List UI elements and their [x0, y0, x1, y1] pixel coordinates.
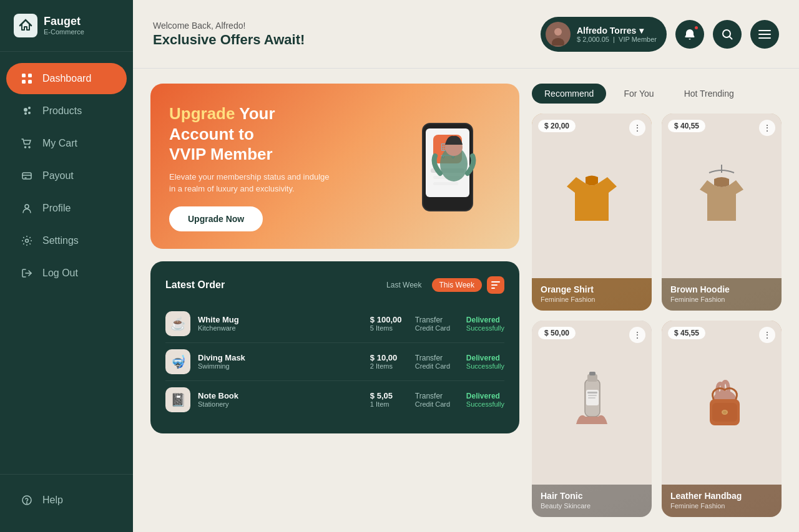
order-info: White Mug Kitchenware: [198, 315, 363, 332]
content-area: Upgrade YourAccount toVVIP Member Elevat…: [133, 69, 799, 532]
product-more-button[interactable]: ⋮: [629, 120, 645, 136]
order-category: Swimming: [198, 362, 363, 370]
menu-button[interactable]: [750, 20, 779, 49]
order-thumbnail: ☕: [165, 311, 190, 336]
dropdown-icon: ▾: [639, 26, 644, 36]
product-name: Hair Tonic: [541, 491, 643, 501]
notification-dot: [694, 25, 699, 31]
notification-button[interactable]: [675, 20, 704, 49]
orders-tabs: Last Week This Week: [381, 276, 504, 294]
sidebar-item-label: Payout: [42, 170, 74, 181]
product-name: Brown Hoodie: [670, 284, 773, 294]
tab-recommend[interactable]: Recommend: [532, 84, 606, 104]
logo-icon: [14, 14, 37, 37]
order-payment-method: Credit Card: [415, 362, 459, 370]
tab-hot-trending[interactable]: Hot Trending: [672, 84, 747, 104]
sidebar-logo: Fauget E-Commerce: [0, 0, 133, 52]
banner-illustration: 🛒: [382, 114, 501, 220]
svg-rect-38: [588, 397, 596, 399]
order-name: Note Book: [198, 391, 363, 400]
svg-rect-1: [28, 74, 32, 77]
sidebar-item-dashboard[interactable]: Dashboard: [6, 63, 127, 94]
order-price: $ 10,00: [370, 353, 408, 362]
sidebar-item-label: Log Out: [42, 268, 78, 279]
payout-icon: [20, 169, 34, 183]
order-price: $ 5,05: [370, 391, 408, 400]
product-tabs: Recommend For You Hot Trending: [532, 84, 782, 104]
list-item[interactable]: $ 40,55 ⋮ Brown Hoodie: [662, 114, 782, 311]
svg-point-4: [24, 108, 27, 112]
list-item[interactable]: $ 45,55 ⋮: [662, 321, 782, 518]
product-more-button[interactable]: ⋮: [759, 327, 775, 343]
product-price: $ 40,55: [668, 120, 705, 132]
product-more-button[interactable]: ⋮: [629, 327, 645, 343]
product-grid: $ 20,00 ⋮ Orange Shirt Feminine Fashion: [532, 114, 782, 517]
sidebar-item-profile[interactable]: Profile: [6, 193, 127, 224]
product-name: Leather Handbag: [670, 491, 773, 501]
svg-rect-10: [22, 173, 31, 179]
sidebar-item-label: Settings: [42, 235, 79, 246]
order-payment: Transfer: [415, 392, 459, 400]
svg-rect-34: [589, 372, 596, 375]
tab-for-you[interactable]: For You: [611, 84, 666, 104]
order-price: $ 100,00: [370, 315, 408, 324]
products-icon: [20, 104, 34, 118]
sidebar-item-settings[interactable]: Settings: [6, 225, 127, 256]
welcome-text: Welcome Back, Alfredo!: [153, 21, 305, 31]
sidebar: Fauget E-Commerce Dashboard Products My …: [0, 0, 133, 532]
svg-point-14: [27, 503, 27, 503]
product-footer: Leather Handbag Feminine Fashion: [662, 485, 782, 517]
user-badge[interactable]: Alfredo Torres ▾ $ 2,000.05 | VIP Member: [541, 17, 667, 52]
order-category: Stationery: [198, 400, 363, 408]
product-price: $ 45,55: [668, 327, 705, 339]
order-status-detail: Successfully: [466, 400, 504, 408]
sidebar-item-label: Profile: [42, 203, 71, 214]
sidebar-item-products[interactable]: Products: [6, 95, 127, 127]
offer-text: Exclusive Offers Await!: [153, 32, 305, 48]
upgrade-button[interactable]: Upgrade Now: [169, 206, 263, 231]
left-panel: Upgrade YourAccount toVVIP Member Elevat…: [150, 84, 532, 517]
order-items: 2 Items: [370, 362, 408, 370]
product-image: [532, 321, 652, 485]
tab-last-week[interactable]: Last Week: [381, 278, 426, 292]
topbar-left: Welcome Back, Alfredo! Exclusive Offers …: [153, 21, 305, 48]
user-balance: $ 2,000.05: [577, 36, 609, 43]
product-price: $ 20,00: [538, 120, 576, 132]
search-button[interactable]: [713, 20, 742, 49]
sidebar-item-payout[interactable]: Payout: [6, 160, 127, 191]
order-info: Note Book Stationery: [198, 391, 363, 408]
list-item[interactable]: $ 50,00 ⋮: [532, 321, 652, 518]
user-info: Alfredo Torres ▾ $ 2,000.05 | VIP Member: [577, 26, 657, 43]
order-items: 5 Items: [370, 324, 408, 332]
svg-point-16: [554, 28, 562, 36]
list-item[interactable]: $ 20,00 ⋮ Orange Shirt Feminine Fashion: [532, 114, 652, 311]
svg-point-18: [723, 30, 730, 37]
product-image: [662, 321, 782, 485]
profile-icon: [20, 201, 34, 215]
sidebar-item-mycart[interactable]: My Cart: [6, 128, 127, 159]
help-icon: [20, 493, 34, 507]
sidebar-item-logout[interactable]: Log Out: [6, 258, 127, 289]
svg-point-43: [723, 411, 727, 414]
product-category: Feminine Fashion: [670, 502, 773, 510]
help-button[interactable]: Help: [6, 486, 127, 515]
order-info: Diving Mask Swimming: [198, 353, 363, 370]
topbar: Welcome Back, Alfredo! Exclusive Offers …: [133, 0, 799, 69]
order-payment: Transfer: [415, 316, 459, 324]
order-category: Kitchenware: [198, 324, 363, 332]
svg-point-8: [25, 147, 26, 148]
svg-rect-30: [491, 288, 495, 289]
orders-filter-button[interactable]: [487, 276, 504, 294]
order-name: White Mug: [198, 315, 363, 324]
cart-icon: [20, 137, 34, 150]
svg-point-6: [28, 112, 31, 114]
svg-point-9: [29, 147, 30, 148]
tab-this-week[interactable]: This Week: [432, 278, 482, 292]
order-status: Delivered: [466, 316, 504, 324]
banner-subtitle: Elevate your membership status and indul…: [169, 171, 331, 195]
orders-card: Latest Order Last Week This Week ☕ White…: [150, 261, 519, 433]
product-category: Beauty Skincare: [541, 502, 643, 510]
sidebar-bottom: Help: [0, 474, 133, 532]
product-more-button[interactable]: ⋮: [759, 120, 775, 136]
order-thumbnail: 📓: [165, 387, 190, 412]
